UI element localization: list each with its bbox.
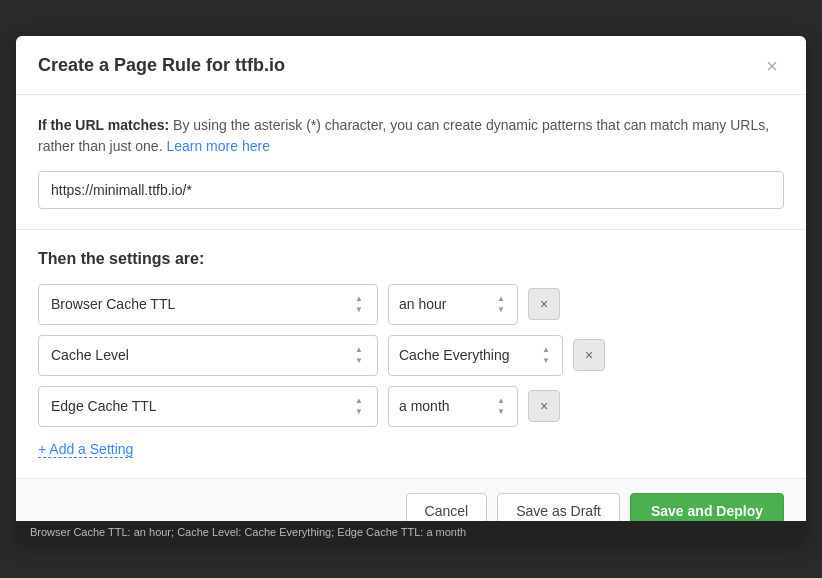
modal-body: If the URL matches: By using the asteris… [16,95,806,478]
remove-icon: × [585,347,593,363]
edge-cache-ttl-select[interactable]: Edge Cache TTL ▲ ▼ [38,386,378,427]
edge-cache-ttl-value-select[interactable]: a month ▲ ▼ [388,386,518,427]
cache-level-label: Cache Level [51,347,349,363]
value-spinner-up-icon[interactable]: ▲ [495,396,507,406]
table-row: Browser Cache TTL ▲ ▼ an hour ▲ ▼ [38,284,784,325]
settings-rows: Browser Cache TTL ▲ ▼ an hour ▲ ▼ [38,284,784,427]
browser-cache-ttl-spinners: ▲ ▼ [353,294,365,315]
status-text: Browser Cache TTL: an hour; Cache Level:… [30,526,466,538]
edge-cache-ttl-value-spinners: ▲ ▼ [495,396,507,417]
edge-cache-ttl-label: Edge Cache TTL [51,398,349,414]
cache-level-select[interactable]: Cache Level ▲ ▼ [38,335,378,376]
modal-title: Create a Page Rule for ttfb.io [38,55,285,76]
spinner-down-icon[interactable]: ▼ [353,305,365,315]
browser-cache-ttl-label: Browser Cache TTL [51,296,349,312]
add-setting-link[interactable]: + Add a Setting [38,441,133,458]
remove-browser-cache-row-button[interactable]: × [528,288,560,320]
value-spinner-down-icon[interactable]: ▼ [495,305,507,315]
browser-cache-ttl-value: an hour [399,296,491,312]
status-bar: Browser Cache TTL: an hour; Cache Level:… [16,521,806,543]
remove-edge-cache-row-button[interactable]: × [528,390,560,422]
spinner-down-icon[interactable]: ▼ [353,407,365,417]
settings-title: Then the settings are: [38,250,784,268]
table-row: Cache Level ▲ ▼ Cache Everything ▲ ▼ [38,335,784,376]
modal-overlay: Create a Page Rule for ttfb.io × If the … [0,0,822,578]
url-section: If the URL matches: By using the asteris… [38,115,784,209]
edge-cache-ttl-spinners: ▲ ▼ [353,396,365,417]
spinner-down-icon[interactable]: ▼ [353,356,365,366]
modal-header: Create a Page Rule for ttfb.io × [16,36,806,95]
close-button[interactable]: × [760,54,784,78]
section-divider [16,229,806,230]
browser-cache-ttl-value-select[interactable]: an hour ▲ ▼ [388,284,518,325]
spinner-up-icon[interactable]: ▲ [353,396,365,406]
value-spinner-up-icon[interactable]: ▲ [540,345,552,355]
browser-cache-ttl-value-spinners: ▲ ▼ [495,294,507,315]
learn-more-link[interactable]: Learn more here [166,138,270,154]
value-spinner-up-icon[interactable]: ▲ [495,294,507,304]
spinner-up-icon[interactable]: ▲ [353,345,365,355]
cache-level-value-select[interactable]: Cache Everything ▲ ▼ [388,335,563,376]
value-spinner-down-icon[interactable]: ▼ [495,407,507,417]
table-row: Edge Cache TTL ▲ ▼ a month ▲ ▼ [38,386,784,427]
cache-level-value: Cache Everything [399,347,536,363]
url-input[interactable] [38,171,784,209]
settings-section: Then the settings are: Browser Cache TTL… [38,250,784,458]
url-description: If the URL matches: By using the asteris… [38,115,784,157]
cache-level-value-spinners: ▲ ▼ [540,345,552,366]
cache-level-spinners: ▲ ▼ [353,345,365,366]
remove-cache-level-row-button[interactable]: × [573,339,605,371]
remove-icon: × [540,296,548,312]
modal-dialog: Create a Page Rule for ttfb.io × If the … [16,36,806,543]
remove-icon: × [540,398,548,414]
value-spinner-down-icon[interactable]: ▼ [540,356,552,366]
edge-cache-ttl-value: a month [399,398,491,414]
browser-cache-ttl-select[interactable]: Browser Cache TTL ▲ ▼ [38,284,378,325]
url-description-bold: If the URL matches: [38,117,169,133]
spinner-up-icon[interactable]: ▲ [353,294,365,304]
